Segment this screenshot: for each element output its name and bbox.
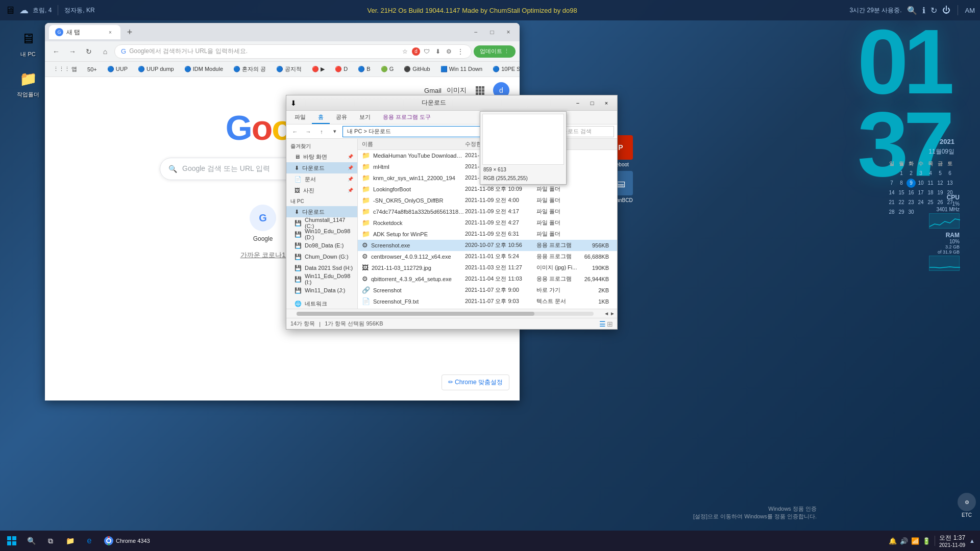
address-bar[interactable]: G Google에서 검색하거나 URL을 입력하세요. ☆ d 🛡 ⬇ ⚙ ⋮ (114, 44, 472, 59)
notification-area-expand[interactable]: ▲ (969, 538, 975, 544)
more-icon[interactable]: ⋮ (456, 47, 465, 56)
table-row[interactable]: 📁 ADK Setup for WinPE 2021-11-09 오전 6:31… (358, 229, 617, 240)
extensions-icon[interactable]: ⚙ (445, 47, 454, 56)
taskbar-edge-button[interactable]: e (80, 533, 99, 549)
shield-icon[interactable]: 🛡 (422, 47, 431, 56)
chrome-close-button[interactable]: × (501, 27, 516, 37)
fe-recent-button[interactable]: ▾ (329, 126, 340, 137)
profile-icon[interactable]: d (412, 47, 420, 56)
images-link[interactable]: 이미지 (447, 86, 467, 95)
fe-sidebar-c-drive[interactable]: 💾 Chumstall_1147 (C:) (286, 217, 357, 229)
info-icon[interactable]: ℹ (922, 6, 925, 15)
bookmark-yt[interactable]: 🔴 ▶ (308, 64, 329, 75)
fe-sidebar-i-drive[interactable]: 💾 Win11_Edu_Do98 (I:) (286, 273, 357, 285)
fe-scroll-right[interactable]: ► (610, 311, 615, 316)
table-row[interactable]: 🖼 2021-11-03_112729.jpg 2021-11-03 오전 11… (358, 262, 617, 273)
update-button[interactable]: 업데이트 ⋮ (474, 45, 516, 58)
etc-icon[interactable]: ⚙ (958, 493, 976, 511)
desktop-icon-my-computer[interactable]: 🖥 내 PC (10, 26, 46, 61)
fe-tab-app-tools[interactable]: 응용 프로그램 도구 (377, 111, 437, 124)
download-icon[interactable]: ⬇ (433, 47, 443, 56)
tray-icon-3[interactable]: 📶 (911, 537, 919, 545)
bookmark-uup[interactable]: 🔵 UUP (103, 64, 132, 75)
fe-large-icons-view[interactable]: ⊞ (607, 320, 613, 328)
tray-icon-2[interactable]: 🔊 (900, 537, 908, 545)
chrome-tab-close-button[interactable]: × (106, 28, 114, 36)
table-row[interactable]: ⚙ Screenshot.exe 2020-10-07 오후 10:56 응용 … (358, 240, 617, 251)
gmail-link[interactable]: Gmail (424, 87, 442, 94)
search-icon[interactable]: 🔍 (907, 6, 917, 15)
bookmark-uup-dump[interactable]: 🔵 UUP dump (134, 64, 178, 75)
bookmark-idm[interactable]: 🔵 IDM Module (180, 64, 227, 75)
bookmark-b[interactable]: 🔵 B (354, 64, 374, 75)
forward-button[interactable]: → (65, 44, 80, 59)
refresh-button[interactable]: ↻ (82, 44, 96, 59)
bookmark-50plus[interactable]: 50+ (83, 64, 101, 75)
taskbar-search-button[interactable]: 🔍 (22, 533, 40, 549)
bookmark-d[interactable]: 🔴 D (331, 64, 352, 75)
fe-close-button[interactable]: × (600, 98, 613, 108)
fe-minimize-button[interactable]: − (571, 98, 584, 108)
bookmark-win11[interactable]: 🟦 Win 11 Down (436, 64, 486, 75)
shortcut-google[interactable]: G Google (250, 205, 276, 242)
chrome-maximize-button[interactable]: □ (485, 27, 499, 37)
home-button[interactable]: ⌂ (98, 44, 112, 59)
fe-details-view[interactable]: ☰ (599, 320, 606, 328)
back-button[interactable]: ← (49, 44, 63, 59)
fe-tab-home[interactable]: 홈 (312, 111, 330, 124)
sync-icon[interactable]: ↻ (930, 6, 937, 15)
table-row[interactable]: 📁 Rocketdock 2021-11-09 오전 4:27 파일 폴더 (358, 217, 617, 229)
bookmark-10pe[interactable]: 🔵 10PE SE (488, 64, 520, 75)
bookmark-notice[interactable]: 🔵 공지적 (272, 64, 306, 75)
fe-sidebar-j-drive[interactable]: 💾 Win11_Data (J:) (286, 285, 357, 296)
taskbar-start-button[interactable] (3, 533, 21, 549)
fe-scrollbar-thumb[interactable] (297, 312, 534, 316)
table-row[interactable]: 📁 LookingforBoot 2021-11-08 오후 10:09 파일 … (358, 184, 617, 195)
fe-tab-share[interactable]: 공유 (330, 111, 353, 124)
table-row[interactable]: ⚙ qbittorrent_4.3.9_x64_setup.exe 2021-1… (358, 273, 617, 285)
fe-sidebar-g-drive[interactable]: 💾 Chum_Down (G:) (286, 251, 357, 262)
fe-sidebar-network[interactable]: 🌐 네트워크 (286, 298, 357, 309)
fe-sidebar-d-drive[interactable]: 💾 Win10_Edu_Do98 (D:) (286, 229, 357, 240)
fe-forward-button[interactable]: → (303, 126, 314, 137)
fe-up-button[interactable]: ↑ (316, 126, 327, 137)
fe-sidebar-h-drive[interactable]: 💾 Data 2021 Ssd (H:) (286, 262, 357, 273)
fe-scroll-left[interactable]: ◄ (604, 311, 609, 316)
chrome-new-tab-button[interactable]: + (122, 25, 137, 39)
e-drive-label: Do98_Data (E:) (305, 242, 344, 248)
taskbar-explorer-button[interactable]: 📁 (61, 533, 79, 549)
file-name: Screenshot.exe (371, 242, 465, 248)
table-row[interactable]: 📁 -SN_OKR5_OnlyOS_DiffBR 2021-11-09 오전 4… (358, 195, 617, 206)
taskbar-chrome-item[interactable]: Chrome 4343 (100, 533, 154, 549)
fe-tab-view[interactable]: 보기 (353, 111, 377, 124)
taskbar: 🔍 ⧉ 📁 e Chrome 4343 (0, 531, 980, 551)
tray-icon-4[interactable]: 🔋 (922, 537, 930, 545)
table-row[interactable]: 📄 Screenshot_F9.txt 2021-11-07 오후 9:03 텍… (358, 296, 617, 307)
bookmark-icon[interactable]: ☆ (401, 47, 410, 56)
fe-sidebar-e-drive[interactable]: 💾 Do98_Data (E:) (286, 240, 357, 251)
taskbar-clock[interactable]: 오전 1:37 2021-11-09 (939, 534, 965, 548)
fe-sidebar-desktop[interactable]: 🖥 바탕 화면 📌 (286, 151, 357, 162)
tray-icon-1[interactable]: 🔔 (889, 537, 897, 545)
bookmark-g[interactable]: 🟢 G (377, 64, 398, 75)
fe-scrollbar-track[interactable] (297, 312, 594, 316)
bookmark-alone[interactable]: 🔵 혼자의 공 (229, 64, 270, 75)
taskbar-taskview-button[interactable]: ⧉ (41, 533, 60, 549)
fe-sidebar-documents[interactable]: 📄 문서 📌 (286, 173, 357, 185)
power-icon[interactable]: ⏻ (942, 6, 950, 15)
table-row[interactable]: 🔗 Screenshot 2021-11-07 오후 9:00 바로 가기 2K… (358, 285, 617, 296)
bookmark-github[interactable]: ⚫ GitHub (400, 64, 434, 75)
table-row[interactable]: ⚙ centbrowser_4.0.9.112_x64.exe 2021-11-… (358, 251, 617, 262)
fe-tab-file[interactable]: 파일 (288, 111, 312, 124)
table-row[interactable]: 📁 c74dc774a8fb81a332b5d65613187b15-9b7f6… (358, 206, 617, 217)
fe-sidebar-pictures[interactable]: 🖼 사진 📌 (286, 185, 357, 196)
bookmark-apps[interactable]: ⋮⋮⋮ 앱 (49, 64, 81, 75)
fe-back-button[interactable]: ← (289, 126, 301, 137)
fe-sidebar-downloads[interactable]: ⬇ 다운로드 📌 (286, 162, 357, 173)
chrome-tab-active[interactable]: G 새 탭 × (49, 25, 120, 39)
chrome-customize-button[interactable]: ✏ Chrome 맞춤설정 (442, 374, 509, 390)
desktop-icon-work-folder[interactable]: 📁 작업폴더 (10, 66, 46, 101)
chrome-minimize-button[interactable]: − (469, 27, 483, 37)
fe-sidebar-pc-downloads[interactable]: ⬇ 다운로드 (286, 206, 357, 217)
fe-maximize-button[interactable]: □ (585, 98, 599, 108)
